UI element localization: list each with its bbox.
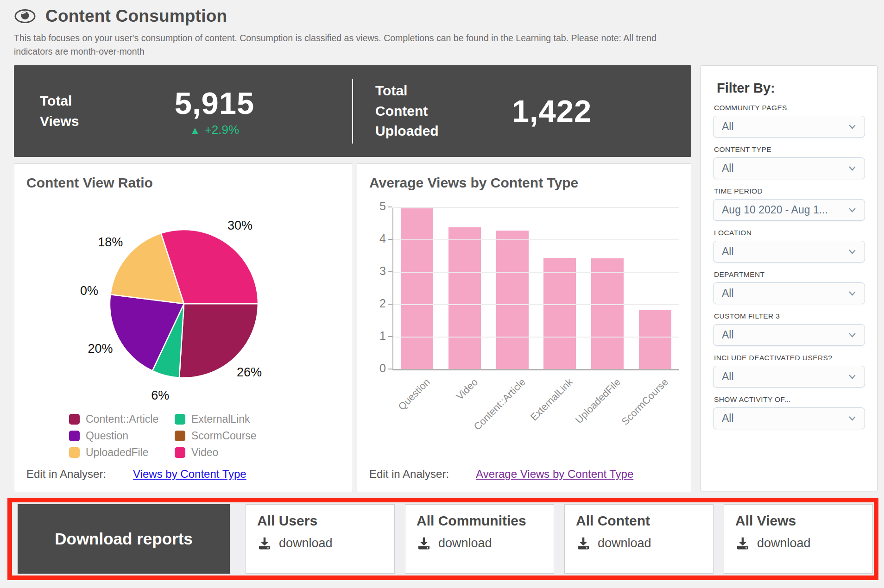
download-button-all-communities[interactable]: download xyxy=(417,536,543,551)
triangle-up-icon: ▲ xyxy=(190,125,200,136)
eye-icon xyxy=(14,8,36,24)
filter-label-community-pages: COMMUNITY PAGES xyxy=(714,104,865,112)
selected-value: All xyxy=(722,370,734,383)
chevron-down-icon xyxy=(847,163,858,174)
download-reports-section: Download reports All UsersdownloadAll Co… xyxy=(7,498,878,580)
bar-uploadedfile xyxy=(591,258,624,369)
bar-video xyxy=(448,227,481,369)
pie-legend: Content::ArticleExternalLinkQuestionScor… xyxy=(69,413,341,459)
download-reports-heading: Download reports xyxy=(18,504,230,574)
selected-value: All xyxy=(722,120,734,133)
filter-label-include-deactivated-users: INCLUDE DEACTIVATED USERS? xyxy=(714,354,865,362)
download-label: download xyxy=(438,536,492,550)
download-card-title: All Users xyxy=(257,513,383,529)
selected-value: Aug 10 2020 - Aug 1... xyxy=(722,204,828,216)
filter-label-location: LOCATION xyxy=(714,229,865,237)
bar-column-uploadedfile: UploadedFile xyxy=(584,208,631,369)
download-icon xyxy=(417,536,431,551)
legend-item-video: Video xyxy=(175,446,273,459)
download-icon xyxy=(576,536,591,551)
pie-edit-row: Edit in Analyser: Views by Content Type xyxy=(26,468,341,481)
legend-item-scormcourse: ScormCourse xyxy=(175,430,273,442)
ytick-mark xyxy=(388,369,392,369)
bar-externallink xyxy=(543,258,576,369)
filter-label-time-period: TIME PERIOD xyxy=(714,187,865,195)
legend-label: Video xyxy=(191,446,218,459)
ytick-mark xyxy=(388,304,392,305)
filter-select-custom-filter-3[interactable]: All xyxy=(713,324,865,346)
download-label: download xyxy=(279,536,333,550)
average-views-link[interactable]: Average Views by Content Type xyxy=(476,468,633,481)
filter-select-community-pages[interactable]: All xyxy=(713,116,865,138)
filter-select-location[interactable]: All xyxy=(713,241,865,263)
pie-percent-label-content-article: 26% xyxy=(237,365,262,379)
legend-label: Content::Article xyxy=(86,413,158,425)
download-card-title: All Views xyxy=(735,513,861,529)
bar-column-content-article: Content::Article xyxy=(488,208,536,369)
legend-item-uploadedfile: UploadedFile xyxy=(69,446,175,459)
legend-swatch xyxy=(175,431,185,441)
download-label: download xyxy=(757,536,811,550)
download-button-all-views[interactable]: download xyxy=(735,536,861,551)
filter-select-department[interactable]: All xyxy=(713,282,865,304)
ytick-label-5: 5 xyxy=(370,200,386,213)
ytick-label-3: 3 xyxy=(370,264,386,278)
selected-value: All xyxy=(722,412,734,425)
filter-select-show-activity-of[interactable]: All xyxy=(713,407,865,429)
download-card-all-users: All Usersdownload xyxy=(246,504,395,574)
legend-swatch xyxy=(69,414,80,425)
views-by-content-type-link[interactable]: Views by Content Type xyxy=(133,468,246,481)
ytick-label-0: 0 xyxy=(370,362,386,375)
legend-label: ExternalLink xyxy=(191,413,250,425)
filter-select-include-deactivated-users[interactable]: All xyxy=(713,366,865,388)
bar-chart: QuestionVideoContent::ArticleExternalLin… xyxy=(392,208,679,370)
filter-list: COMMUNITY PAGESAllCONTENT TYPEAllTIME PE… xyxy=(713,104,865,429)
average-views-panel: Average Views by Content Type QuestionVi… xyxy=(357,163,691,492)
download-card-all-content: All Contentdownload xyxy=(564,504,714,574)
gridline-y3 xyxy=(393,272,679,273)
download-card-all-views: All Viewsdownload xyxy=(724,504,873,574)
page-header: Content Consumption This tab focuses on … xyxy=(0,0,884,59)
pie-percent-label-video: 30% xyxy=(227,219,253,232)
gridline-y1 xyxy=(393,337,679,338)
legend-swatch xyxy=(69,447,80,458)
download-icon xyxy=(735,536,750,551)
bar-column-scormcourse: ScormCourse xyxy=(631,208,679,369)
pie-percent-label-externallink: 6% xyxy=(151,388,169,402)
download-label: download xyxy=(598,536,651,550)
chevron-down-icon xyxy=(847,121,858,132)
download-button-all-content[interactable]: download xyxy=(576,536,702,551)
page-title: Content Consumption xyxy=(45,6,227,26)
download-button-all-users[interactable]: download xyxy=(257,536,383,551)
legend-label: Question xyxy=(86,430,128,442)
pie-chart: 26%6%20%0%18%30% xyxy=(26,191,341,412)
total-views-trend: ▲+2.9% xyxy=(109,123,320,137)
total-views-label: Total Views xyxy=(40,91,109,131)
selected-value: All xyxy=(722,245,734,258)
bar-content-article xyxy=(496,231,529,369)
bar-scormcourse xyxy=(639,310,671,369)
legend-label: UploadedFile xyxy=(86,446,149,459)
filter-select-time-period[interactable]: Aug 10 2020 - Aug 1... xyxy=(713,199,865,221)
bar-edit-row: Edit in Analyser: Average Views by Conte… xyxy=(369,468,679,481)
legend-swatch xyxy=(175,414,185,425)
filter-select-content-type[interactable]: All xyxy=(713,157,865,179)
total-views-value: 5,915 xyxy=(109,85,320,121)
trend-value: +2.9% xyxy=(205,123,239,137)
legend-swatch xyxy=(69,431,80,441)
filter-label-content-type: CONTENT TYPE xyxy=(714,145,865,154)
chevron-down-icon xyxy=(847,330,858,340)
chevron-down-icon xyxy=(847,288,858,299)
bar-column-question: Question xyxy=(393,208,441,369)
edit-in-analyser-label: Edit in Analyser: xyxy=(369,468,449,481)
pie-chart-title: Content View Ratio xyxy=(26,175,341,191)
pie-percent-label-question: 20% xyxy=(88,342,113,356)
legend-swatch xyxy=(175,447,185,458)
gridline-y2 xyxy=(393,304,679,305)
ytick-mark xyxy=(388,239,392,240)
ytick-mark xyxy=(388,336,392,337)
download-card-all-communities: All Communitiesdownload xyxy=(405,504,554,574)
pie-percent-label-uploadedfile: 18% xyxy=(98,235,123,249)
bar-chart-title: Average Views by Content Type xyxy=(369,175,679,191)
edit-in-analyser-label: Edit in Analyser: xyxy=(26,468,106,481)
